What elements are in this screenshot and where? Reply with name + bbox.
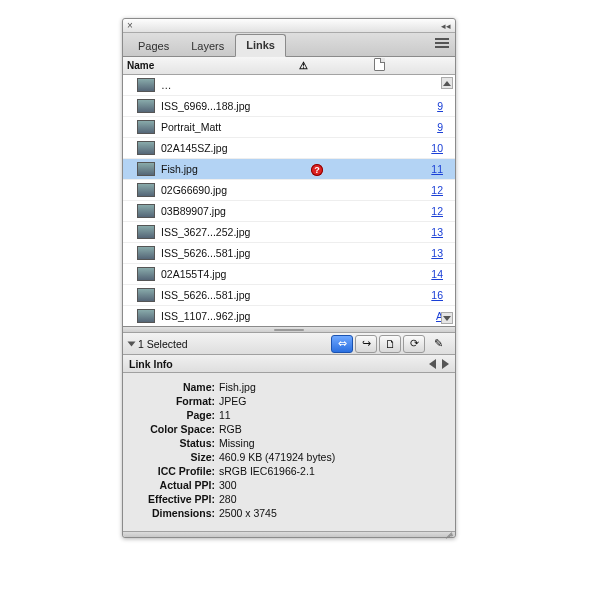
value-effppi: 280 <box>219 493 447 505</box>
label-icc: ICC Profile: <box>131 465 219 477</box>
thumbnail <box>137 204 155 218</box>
chevron-down-icon <box>443 316 451 321</box>
tab-pages[interactable]: Pages <box>127 35 180 57</box>
list-item[interactable]: Portrait_Matt9 <box>123 117 455 138</box>
scroll-down-button[interactable] <box>441 312 453 324</box>
page-link[interactable]: 13 <box>425 226 455 238</box>
file-name: 02A145SZ.jpg <box>161 142 287 154</box>
label-page: Page: <box>131 409 219 421</box>
page-link[interactable]: 13 <box>425 247 455 259</box>
file-name: 02G66690.jpg <box>161 184 287 196</box>
prev-link-icon[interactable] <box>429 359 436 369</box>
label-name: Name: <box>131 381 219 393</box>
link-info-header: Link Info <box>123 355 455 373</box>
chevron-up-icon <box>443 81 451 86</box>
file-name: ISS_5626...581.jpg <box>161 247 287 259</box>
label-colorspace: Color Space: <box>131 423 219 435</box>
link-info-body: Name:Fish.jpg Format:JPEG Page:11 Color … <box>123 373 455 531</box>
label-effppi: Effective PPI: <box>131 493 219 505</box>
close-icon[interactable]: × <box>127 19 133 33</box>
value-name: Fish.jpg <box>219 381 447 393</box>
thumbnail <box>137 288 155 302</box>
list-item[interactable]: … <box>123 75 455 96</box>
value-icc: sRGB IEC61966-2.1 <box>219 465 447 477</box>
file-name: ISS_6969...188.jpg <box>161 100 287 112</box>
file-name: 03B89907.jpg <box>161 205 287 217</box>
update-link-button[interactable]: 🗋 <box>379 335 401 353</box>
status-cell: ? <box>287 163 347 176</box>
links-panel: × ◂◂ Pages Layers Links Name ⚠ …ISS_6969… <box>122 18 456 538</box>
goto-link-button[interactable]: ↪ <box>355 335 377 353</box>
label-size: Size: <box>131 451 219 463</box>
tab-layers[interactable]: Layers <box>180 35 235 57</box>
page-link[interactable]: 11 <box>425 163 455 175</box>
list-item[interactable]: 02A155T4.jpg14 <box>123 264 455 285</box>
selection-count: 1 Selected <box>138 338 188 350</box>
disclosure-icon[interactable] <box>128 341 136 346</box>
page-icon <box>374 58 385 71</box>
relink-button[interactable]: ⇔ <box>331 335 353 353</box>
value-page: 11 <box>219 409 447 421</box>
file-name: … <box>161 79 287 91</box>
page-link[interactable]: 16 <box>425 289 455 301</box>
page-link[interactable]: 12 <box>425 184 455 196</box>
resize-handle[interactable] <box>445 528 453 536</box>
thumbnail <box>137 141 155 155</box>
list-item[interactable]: 03B89907.jpg12 <box>123 201 455 222</box>
value-status: Missing <box>219 437 447 449</box>
link-info-title: Link Info <box>129 358 173 370</box>
file-name: Portrait_Matt <box>161 121 287 133</box>
tab-links[interactable]: Links <box>235 34 286 57</box>
list-item[interactable]: ISS_6969...188.jpg9 <box>123 96 455 117</box>
value-format: JPEG <box>219 395 447 407</box>
thumbnail <box>137 267 155 281</box>
list-item[interactable]: ISS_3627...252.jpg13 <box>123 222 455 243</box>
list-item[interactable]: 02G66690.jpg12 <box>123 180 455 201</box>
scroll-up-button[interactable] <box>441 77 453 89</box>
page-link[interactable]: 9 <box>425 121 455 133</box>
column-name[interactable]: Name <box>123 60 273 71</box>
column-type[interactable] <box>333 58 425 73</box>
value-colorspace: RGB <box>219 423 447 435</box>
page-link[interactable]: 9 <box>425 100 455 112</box>
collapse-icon[interactable]: ◂◂ <box>441 21 451 31</box>
file-name: ISS_3627...252.jpg <box>161 226 287 238</box>
list-item[interactable]: ISS_5626...581.jpg13 <box>123 243 455 264</box>
thumbnail <box>137 120 155 134</box>
list-item[interactable]: Fish.jpg?11 <box>123 159 455 180</box>
refresh-button[interactable]: ⟳ <box>403 335 425 353</box>
page-link[interactable]: 12 <box>425 205 455 217</box>
link-toolbar: ⇔ ↪ 🗋 ⟳ ✎ <box>331 335 449 353</box>
split-handle[interactable] <box>123 327 455 333</box>
list-item[interactable]: ISS_5626...581.jpg16 <box>123 285 455 306</box>
next-link-icon[interactable] <box>442 359 449 369</box>
page-link[interactable]: 10 <box>425 142 455 154</box>
thumbnail <box>137 225 155 239</box>
list-item[interactable]: ISS_1107...962.jpgA <box>123 306 455 327</box>
list-item[interactable]: 02A145SZ.jpg10 <box>123 138 455 159</box>
label-dims: Dimensions: <box>131 507 219 519</box>
file-name: ISS_5626...581.jpg <box>161 289 287 301</box>
thumbnail <box>137 183 155 197</box>
edit-original-button[interactable]: ✎ <box>427 335 449 353</box>
value-actualppi: 300 <box>219 479 447 491</box>
missing-icon: ? <box>311 164 323 176</box>
thumbnail <box>137 309 155 323</box>
column-status[interactable]: ⚠ <box>273 60 333 71</box>
file-name: Fish.jpg <box>161 163 287 175</box>
label-format: Format: <box>131 395 219 407</box>
value-size: 460.9 KB (471924 bytes) <box>219 451 447 463</box>
thumbnail <box>137 162 155 176</box>
status-bar: 1 Selected ⇔ ↪ 🗋 ⟳ ✎ <box>123 333 455 355</box>
panel-titlebar[interactable]: × ◂◂ <box>123 19 455 33</box>
thumbnail <box>137 99 155 113</box>
file-name: 02A155T4.jpg <box>161 268 287 280</box>
page-link[interactable]: 14 <box>425 268 455 280</box>
links-list: …ISS_6969...188.jpg9Portrait_Matt902A145… <box>123 75 455 327</box>
label-status: Status: <box>131 437 219 449</box>
panel-footer <box>123 531 455 537</box>
panel-menu-icon[interactable] <box>435 38 449 50</box>
label-actualppi: Actual PPI: <box>131 479 219 491</box>
value-dims: 2500 x 3745 <box>219 507 447 519</box>
tab-bar: Pages Layers Links <box>123 33 455 57</box>
